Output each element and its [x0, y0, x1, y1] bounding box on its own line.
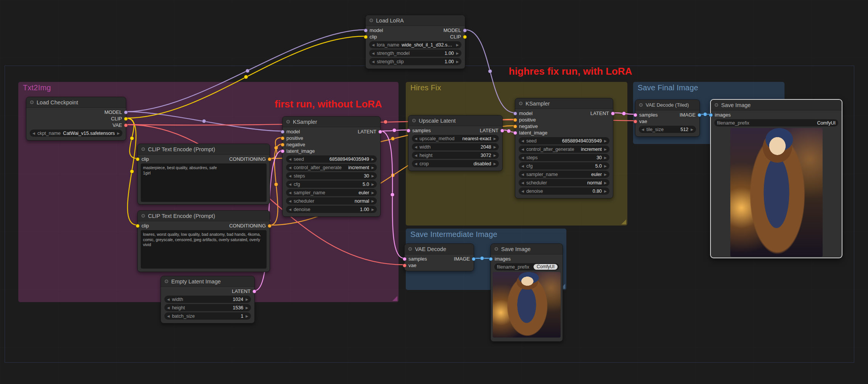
widget-increment-arrow[interactable]: ▶	[246, 298, 248, 301]
output-slot-conditioning[interactable]: CONDITIONING	[229, 156, 272, 162]
input-slot-samples[interactable]: samples	[407, 128, 431, 133]
slot-dot-image[interactable]	[709, 113, 713, 117]
widget-increment-arrow[interactable]: ▶	[371, 174, 374, 178]
input-slot-images[interactable]: images	[709, 112, 731, 118]
widget-scheduler[interactable]: ◀schedulernormal▶	[286, 197, 377, 205]
widget-decrement-arrow[interactable]: ◀	[521, 156, 524, 160]
widget-increment-arrow[interactable]: ▶	[371, 182, 374, 186]
widget-seed[interactable]: ◀seed685889494035949▶	[286, 155, 377, 163]
widget-increment-arrow[interactable]: ▶	[456, 43, 459, 47]
widget-decrement-arrow[interactable]: ◀	[521, 173, 524, 176]
slot-dot-conditioning[interactable]	[513, 125, 517, 128]
slot-dot-model[interactable]	[364, 29, 368, 32]
output-slot-latent[interactable]: LATENT	[358, 129, 382, 134]
widget-decrement-arrow[interactable]: ◀	[289, 208, 291, 211]
widget-strength-model[interactable]: ◀strength_model1.00▶	[369, 50, 461, 57]
output-slot-vae[interactable]: VAE	[113, 122, 128, 128]
node-header[interactable]: Load Checkpoint	[26, 97, 126, 108]
widget-cfg[interactable]: ◀cfg5.0▶	[286, 181, 377, 188]
output-slot-image[interactable]: IMAGE	[454, 256, 476, 262]
node-ksampler-hires[interactable]: KSampler model LATENT positive negative …	[515, 98, 613, 198]
widget-cfg[interactable]: ◀cfg5.0▶	[519, 162, 609, 170]
slot-dot-clip[interactable]	[364, 35, 368, 39]
input-slot-model[interactable]: model	[513, 110, 532, 116]
slot-dot-clip[interactable]	[136, 157, 140, 161]
input-slot-vae[interactable]: vae	[403, 262, 416, 268]
input-slot-latent-image[interactable]: latent_image	[281, 148, 315, 154]
collapse-toggle-icon[interactable]	[30, 101, 34, 104]
node-header[interactable]: KSampler	[283, 117, 380, 127]
slot-dot-vae[interactable]	[633, 120, 637, 123]
node-load-lora[interactable]: Load LoRA model MODEL clip CLIP ◀lora_na…	[365, 15, 465, 69]
node-header[interactable]: Upscale Latent	[408, 115, 502, 126]
input-slot-positive[interactable]: positive	[513, 117, 536, 123]
wire-midpoint-vae[interactable]	[384, 120, 387, 124]
widget-increment-arrow[interactable]: ▶	[456, 51, 459, 55]
widget-steps[interactable]: ◀steps30▶	[519, 154, 609, 161]
widget-height[interactable]: ◀height1536▶	[164, 304, 251, 311]
wire-midpoint-latent[interactable]	[391, 193, 394, 197]
widget-decrement-arrow[interactable]: ◀	[167, 298, 170, 301]
wire-midpoint-model[interactable]	[202, 119, 206, 123]
collapse-toggle-icon[interactable]	[370, 19, 373, 22]
collapse-toggle-icon[interactable]	[408, 247, 412, 251]
widget-batch-size[interactable]: ◀batch_size1▶	[164, 312, 251, 320]
input-slot-positive[interactable]: positive	[281, 135, 303, 141]
widget-decrement-arrow[interactable]: ◀	[415, 162, 417, 166]
input-slot-images[interactable]: images	[489, 256, 511, 262]
slot-dot-latent[interactable]	[378, 130, 382, 134]
output-slot-latent[interactable]: LATENT	[590, 110, 615, 116]
input-slot-model[interactable]: model	[364, 27, 383, 33]
output-slot-clip[interactable]: CLIP	[111, 116, 128, 122]
widget-decrement-arrow[interactable]: ◀	[641, 128, 644, 131]
input-slot-negative[interactable]: negative	[281, 142, 305, 147]
node-clip-text-encode-negative[interactable]: CLIP Text Encode (Prompt) clip CONDITION…	[137, 210, 270, 272]
widget-decrement-arrow[interactable]: ◀	[289, 166, 291, 170]
widget-upscale-method[interactable]: ◀upscale_methodnearest-exact▶	[412, 135, 499, 142]
node-header[interactable]: CLIP Text Encode (Prompt)	[138, 211, 270, 221]
widget-width[interactable]: ◀width1024▶	[164, 296, 251, 303]
input-slot-clip[interactable]: clip	[136, 223, 149, 229]
slot-dot-model[interactable]	[281, 130, 285, 134]
wire-midpoint-latent[interactable]	[622, 112, 626, 115]
input-slot-vae[interactable]: vae	[633, 118, 647, 124]
slot-dot-vae[interactable]	[124, 123, 128, 127]
widget-increment-arrow[interactable]: ▶	[117, 131, 120, 135]
output-slot-image[interactable]: IMAGE	[680, 112, 701, 118]
wire-midpoint-clip[interactable]	[130, 136, 134, 140]
widget-increment-arrow[interactable]: ▶	[371, 191, 374, 195]
input-slot-clip[interactable]: clip	[136, 156, 149, 162]
node-save-image-final[interactable]: Save Image images filename_prefixComfyUI	[710, 99, 842, 258]
node-vae-decode-tiled[interactable]: VAE Decode (Tiled) samples IMAGE vae ◀ti…	[635, 99, 700, 137]
widget-decrement-arrow[interactable]: ◀	[372, 60, 375, 64]
widget-decrement-arrow[interactable]: ◀	[521, 139, 524, 143]
wire-midpoint-latent[interactable]	[392, 128, 396, 132]
widget-increment-arrow[interactable]: ▶	[691, 128, 693, 131]
node-empty-latent-image[interactable]: Empty Latent Image LATENT ◀width1024▶ ◀h…	[161, 276, 255, 323]
node-load-checkpoint[interactable]: Load Checkpoint MODEL CLIP VAE ◀ckpt_nam…	[26, 97, 126, 141]
collapse-toggle-icon[interactable]	[412, 119, 416, 122]
slot-dot-latent[interactable]	[407, 129, 410, 133]
widget-decrement-arrow[interactable]: ◀	[289, 199, 291, 203]
collapse-toggle-icon[interactable]	[519, 102, 522, 105]
wire-midpoint-model[interactable]	[246, 69, 249, 73]
widget-decrement-arrow[interactable]: ◀	[415, 145, 417, 149]
widget-increment-arrow[interactable]: ▶	[604, 147, 607, 151]
wire-midpoint-image[interactable]	[703, 112, 707, 116]
prompt-textarea[interactable]: lowres, worst quality, low quality, bad …	[141, 230, 267, 269]
widget-increment-arrow[interactable]: ▶	[371, 166, 374, 170]
output-slot-model[interactable]: MODEL	[444, 27, 467, 33]
input-slot-samples[interactable]: samples	[633, 112, 657, 118]
widget-width[interactable]: ◀width2048▶	[412, 143, 499, 150]
widget-decrement-arrow[interactable]: ◀	[521, 181, 524, 185]
node-upscale-latent[interactable]: Upscale Latent samples LATENT ◀upscale_m…	[408, 115, 503, 171]
node-ksampler-first[interactable]: KSampler model LATENT positive negative …	[282, 116, 381, 217]
node-header[interactable]: Save Image	[711, 100, 842, 110]
collapse-toggle-icon[interactable]	[165, 280, 168, 283]
slot-dot-clip[interactable]	[136, 224, 140, 228]
widget-increment-arrow[interactable]: ▶	[456, 60, 459, 64]
widget-decrement-arrow[interactable]: ◀	[289, 182, 291, 186]
wire-midpoint-model[interactable]	[488, 69, 492, 73]
widget-lora-name[interactable]: ◀lora_namewide_shot_il_1_d32.safetens...…	[369, 41, 461, 48]
wire-midpoint-image[interactable]	[480, 256, 484, 260]
